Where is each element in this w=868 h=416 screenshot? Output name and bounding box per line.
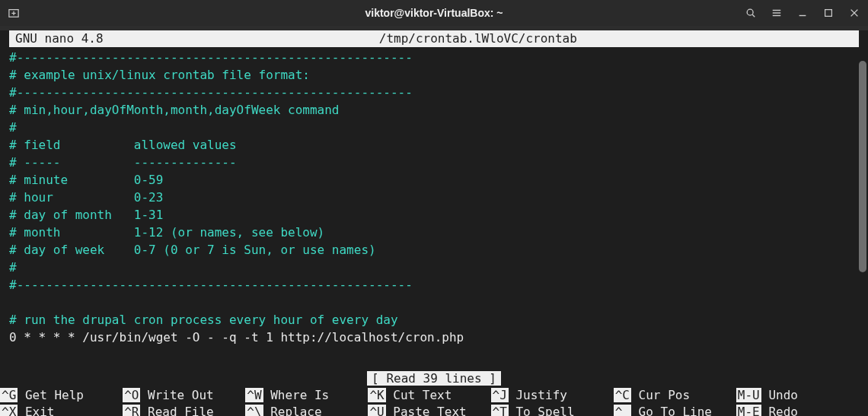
nano-title-bar: GNU nano 4.8 /tmp/crontab.lWloVC/crontab	[9, 30, 859, 47]
shortcut-item[interactable]: ^J Justify	[491, 387, 614, 404]
shortcut-key: M-E	[736, 405, 761, 416]
editor-content[interactable]: #---------------------------------------…	[0, 47, 868, 346]
terminal-area[interactable]: GNU nano 4.8 /tmp/crontab.lWloVC/crontab…	[0, 30, 868, 416]
shortcut-key: ^_	[614, 405, 631, 416]
shortcut-item[interactable]: ^T To Spell	[491, 404, 614, 416]
shortcut-item[interactable]: ^U Paste Text	[368, 404, 490, 416]
shortcut-row: ^X Exit^R Read File^\ Replace^U Paste Te…	[0, 404, 859, 416]
editor-line: #---------------------------------------…	[9, 276, 859, 294]
nano-status-text: [ Read 39 lines ]	[367, 371, 501, 386]
editor-line: # ----- --------------	[9, 154, 859, 171]
close-icon[interactable]	[848, 7, 860, 19]
editor-line: # field allowed values	[9, 136, 859, 154]
nano-app-name: GNU nano 4.8	[15, 30, 104, 47]
shortcut-key: ^G	[0, 388, 18, 402]
shortcut-item[interactable]: ^G Get Help	[0, 387, 123, 404]
shortcut-label: Redo	[761, 405, 798, 416]
shortcut-item[interactable]: ^O Write Out	[123, 387, 245, 404]
window-titlebar: viktor@viktor-VirtualBox: ~	[0, 0, 868, 26]
svg-rect-9	[825, 10, 832, 17]
shortcut-key: ^J	[491, 388, 509, 402]
nano-status-line: [ Read 39 lines ]	[0, 371, 868, 386]
shortcut-label: Undo	[761, 388, 798, 402]
shortcut-label: Exit	[18, 405, 54, 416]
search-icon[interactable]	[745, 7, 757, 19]
shortcut-label: Justify	[509, 388, 567, 402]
shortcut-item[interactable]: ^_ Go To Line	[614, 404, 736, 416]
editor-line: # day of month 1-31	[9, 206, 859, 224]
shortcut-label: Cur Pos	[631, 388, 690, 402]
hamburger-menu-icon[interactable]	[771, 7, 783, 19]
shortcut-label: Go To Line	[631, 405, 712, 416]
shortcut-key: ^U	[368, 405, 385, 416]
editor-line: # month 1-12 (or names, see below)	[9, 224, 859, 241]
scrollbar[interactable]	[859, 61, 866, 413]
shortcut-item[interactable]: ^W Where Is	[245, 387, 368, 404]
shortcut-key: ^\	[245, 405, 263, 416]
minimize-icon[interactable]	[796, 7, 809, 19]
shortcut-item[interactable]: M-U Undo	[736, 387, 859, 404]
editor-line: #	[9, 119, 859, 136]
shortcut-key: ^O	[123, 388, 140, 402]
svg-point-3	[747, 9, 753, 15]
shortcut-label: Where Is	[263, 388, 330, 402]
shortcut-label: Write Out	[140, 388, 213, 402]
shortcut-label: To Spell	[509, 405, 575, 416]
shortcut-item[interactable]: ^\ Replace	[245, 404, 368, 416]
shortcut-key: ^X	[0, 405, 18, 416]
shortcut-key: ^T	[491, 405, 509, 416]
maximize-icon[interactable]	[822, 7, 834, 19]
editor-line: # run the drupal cron process every hour…	[9, 311, 859, 329]
shortcut-key: ^C	[614, 388, 631, 402]
svg-line-4	[752, 14, 755, 17]
editor-line: #---------------------------------------…	[9, 84, 859, 101]
shortcut-label: Cut Text	[386, 388, 452, 402]
nano-shortcuts: ^G Get Help^O Write Out^W Where Is^K Cut…	[0, 387, 859, 416]
shortcut-item[interactable]: ^R Read File	[123, 404, 245, 416]
editor-line: 0 * * * * /usr/bin/wget -O - -q -t 1 htt…	[9, 329, 859, 346]
editor-line: # hour 0-23	[9, 189, 859, 206]
shortcut-item[interactable]: M-E Redo	[736, 404, 859, 416]
editor-line: # day of week 0-7 (0 or 7 is Sun, or use…	[9, 241, 859, 259]
nano-file-path: /tmp/crontab.lWloVC/crontab	[104, 30, 853, 47]
shortcut-key: ^K	[368, 388, 385, 402]
shortcut-label: Get Help	[18, 388, 84, 402]
shortcut-key: M-U	[736, 388, 761, 402]
shortcut-item[interactable]: ^K Cut Text	[368, 387, 490, 404]
shortcut-item[interactable]: ^X Exit	[0, 404, 123, 416]
shortcut-label: Paste Text	[386, 405, 467, 416]
shortcut-key: ^W	[245, 388, 263, 402]
shortcut-label: Read File	[140, 405, 213, 416]
shortcut-item[interactable]: ^C Cur Pos	[614, 387, 736, 404]
new-tab-icon[interactable]	[8, 7, 20, 19]
editor-line: #---------------------------------------…	[9, 49, 859, 66]
editor-line: # minute 0-59	[9, 171, 859, 189]
editor-line: # min,hour,dayOfMonth,month,dayOfWeek co…	[9, 101, 859, 119]
editor-line: #	[9, 259, 859, 276]
shortcut-key: ^R	[123, 405, 140, 416]
editor-line: # example unix/linux crontab file format…	[9, 66, 859, 84]
window-title: viktor@viktor-VirtualBox: ~	[365, 7, 503, 19]
shortcut-row: ^G Get Help^O Write Out^W Where Is^K Cut…	[0, 387, 859, 404]
scrollbar-thumb[interactable]	[859, 61, 866, 272]
shortcut-label: Replace	[263, 405, 322, 416]
editor-line	[9, 294, 859, 311]
